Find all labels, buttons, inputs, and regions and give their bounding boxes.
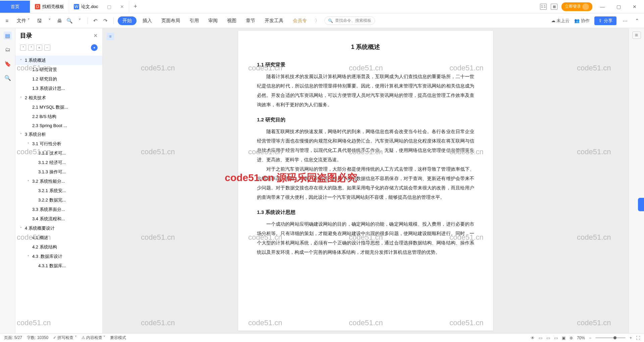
command-search[interactable]: 🔍 查找命令、搜索模板	[324, 16, 375, 25]
outline-item[interactable]: 3.1.3 操作可...	[15, 167, 102, 177]
outline-item[interactable]: 1.1 研究背景	[15, 65, 102, 74]
tab-view[interactable]: 视图	[224, 18, 240, 24]
window-maximize[interactable]: ▢	[612, 4, 625, 9]
view-mode-1-icon[interactable]: ▭	[539, 336, 542, 340]
preview-dropdown-icon[interactable]: ˅	[76, 17, 84, 24]
window-close[interactable]: ✕	[629, 4, 641, 9]
tab-window-icon[interactable]: ▢	[107, 4, 111, 9]
tab-vip[interactable]: 会员专	[289, 18, 310, 24]
zoom-in-icon[interactable]: +	[630, 336, 632, 340]
ribbon-more-icon[interactable]: ⋯	[621, 17, 629, 24]
tab-review[interactable]: 审阅	[205, 18, 221, 24]
outline-item[interactable]: 3.4 系统流程和...	[15, 214, 102, 224]
outline-item[interactable]: ˅3.1 可行性分析	[15, 139, 102, 149]
tab-document[interactable]: W 论文.doc ▢ ✕	[69, 1, 129, 13]
zoom-level[interactable]: 70%	[577, 336, 585, 340]
outline-close-icon[interactable]: ✕	[94, 33, 98, 38]
outline-item[interactable]: ˅4.3 .数据库设计	[15, 252, 102, 261]
bookmark-rail-icon[interactable]: 🔖	[4, 60, 12, 68]
undo-icon[interactable]: ↶	[92, 17, 99, 24]
outline-item[interactable]: ˅2 相关技术	[15, 93, 102, 103]
save-dropdown-icon[interactable]: ˅	[46, 17, 53, 24]
tab-add-button[interactable]: +	[129, 3, 142, 10]
collab-button[interactable]: 👥 协作	[574, 18, 590, 24]
outline-ai-icon[interactable]: ✦	[91, 44, 98, 51]
window-minimize[interactable]: —	[596, 4, 608, 9]
tab-chapter[interactable]: 章节	[243, 18, 259, 24]
right-panel-icon[interactable]: ≡	[632, 32, 641, 39]
tab-templates[interactable]: D 找稻壳模板	[30, 1, 69, 13]
outline-item[interactable]: 3.3 系统界面分...	[15, 205, 102, 214]
layout-icon[interactable]: 1:1	[540, 4, 547, 10]
heading-2: 1.1 研究背景	[257, 60, 474, 70]
outline-item[interactable]: 1.2 研究目的	[15, 74, 102, 84]
content-check[interactable]: ⚠ 内容检查 ˅	[82, 335, 106, 341]
login-button[interactable]: 立即登录	[561, 2, 592, 11]
outline-rail-icon[interactable]: ▤	[4, 32, 12, 40]
file-menu[interactable]: 文件 ˅	[13, 18, 33, 24]
zoom-out-icon[interactable]: −	[589, 336, 591, 340]
outline-item[interactable]: ˅4 系统概要设计	[15, 224, 102, 233]
view-mode-3-icon[interactable]: ▭	[554, 336, 558, 340]
document-viewport[interactable]: ≡ 1 系统概述 1.1 研究背景 随着计算机技术的发展以及计算机网络的逐渐普及…	[103, 28, 629, 333]
tab-start[interactable]: 开始	[118, 16, 137, 25]
outline-item[interactable]: 4.2 系统结构	[15, 242, 102, 252]
outline-item[interactable]: ˅1 系统概述	[15, 56, 102, 65]
preview-icon[interactable]: 🔍	[66, 17, 73, 24]
paragraph: 随着互联网技术的快速发展，网络时代的到来，网络信息也将会改变当今社会。各行各业在…	[257, 127, 474, 164]
view-mode-4-icon[interactable]: ▣	[562, 336, 566, 340]
outline-item[interactable]: 2.2 B/S 结构	[15, 112, 102, 121]
word-count[interactable]: 字数: 10350	[27, 335, 48, 341]
search-icon: 🔍	[328, 18, 333, 23]
ribbon-collapse-icon[interactable]: ⌃	[633, 17, 641, 24]
spell-check[interactable]: ✓ 拼写检查 ˅	[53, 335, 77, 341]
view-mode-2-icon[interactable]: ▭	[546, 336, 550, 340]
grid-icon[interactable]: ▦	[551, 4, 557, 10]
page-indicator-icon[interactable]: ≡	[107, 33, 114, 40]
outline-item[interactable]: 4.3.1 数据库...	[15, 261, 102, 271]
edge-tab[interactable]	[638, 198, 644, 211]
layers-rail-icon[interactable]: 🗂	[4, 46, 12, 54]
zoom-fit-icon[interactable]: ⊕	[570, 336, 573, 340]
outline-item[interactable]: 2.1 MYSQL 数据...	[15, 103, 102, 112]
outline-item[interactable]: 3.2.2 数据完...	[15, 195, 102, 205]
heading-2: 1.2 研究目的	[257, 115, 474, 125]
compat-mode[interactable]: 兼容模式	[110, 335, 126, 341]
cloud-status[interactable]: ☁ 未上云	[551, 18, 570, 24]
share-button[interactable]: ⇪分享	[594, 16, 616, 25]
ribbon: ≡ 文件 ˅ 🖫 ˅ 🖶 🔍 ˅ ↶ ↷ 开始 插入 页面布局 引用 审阅 视图…	[0, 13, 644, 28]
outline-collapse-all[interactable]: ˅	[20, 45, 26, 51]
outline-item[interactable]: 4.1 概述	[15, 233, 102, 242]
tab-home[interactable]: 首页	[0, 1, 30, 13]
outline-remove[interactable]: −	[44, 45, 50, 51]
outline-expand-all[interactable]: ˄	[28, 45, 34, 51]
save-icon[interactable]: 🖫	[36, 17, 43, 24]
search-rail-icon[interactable]: 🔍	[4, 74, 12, 82]
menu-icon[interactable]: ≡	[3, 17, 11, 24]
tab-reference[interactable]: 引用	[186, 18, 202, 24]
outline-item[interactable]: 1.3 系统设计思...	[15, 84, 102, 93]
outline-item[interactable]: 2.3 Spring Boot ...	[15, 121, 102, 130]
title-bar: 首页 D 找稻壳模板 W 论文.doc ▢ ✕ + 1:1 ▦ 立即登录 — ▢…	[0, 0, 644, 13]
outline-item[interactable]: 3.1.1 技术可...	[15, 149, 102, 158]
fullscreen-icon[interactable]: ⛶	[636, 336, 640, 340]
tab-close-icon[interactable]: ✕	[120, 4, 124, 9]
outline-item[interactable]: ˅3 系统分析	[15, 130, 102, 139]
page-count[interactable]: 页面: 5/27	[4, 335, 22, 341]
print-icon[interactable]: 🖶	[56, 17, 63, 24]
outline-add[interactable]: +	[36, 45, 42, 51]
redo-icon[interactable]: ↷	[102, 17, 109, 24]
outline-item[interactable]: 3.1.2 经济可...	[15, 158, 102, 167]
tab-devtools[interactable]: 开发工具	[261, 18, 287, 24]
outline-item[interactable]: 3.2.1 系统安...	[15, 186, 102, 195]
search-placeholder: 查找命令、搜索模板	[335, 18, 371, 23]
ribbon-scroll-right[interactable]: 〉	[313, 18, 322, 24]
zoom-slider[interactable]	[595, 337, 626, 338]
tab-layout[interactable]: 页面布局	[158, 18, 183, 24]
login-label: 立即登录	[565, 4, 581, 9]
paragraph: 对于之前汽车资讯网站的管理，大部分都是使用传统的人工方式去管理，这样导致了管理效…	[257, 164, 474, 202]
paragraph: 随着计算机技术的发展以及计算机网络的逐渐普及，互联网成为人们查找信息的重要场所，…	[257, 72, 474, 109]
outline-item[interactable]: ˅3.2 系统性能分...	[15, 177, 102, 186]
tab-insert[interactable]: 插入	[139, 18, 155, 24]
eye-icon[interactable]: 👁	[531, 336, 535, 340]
